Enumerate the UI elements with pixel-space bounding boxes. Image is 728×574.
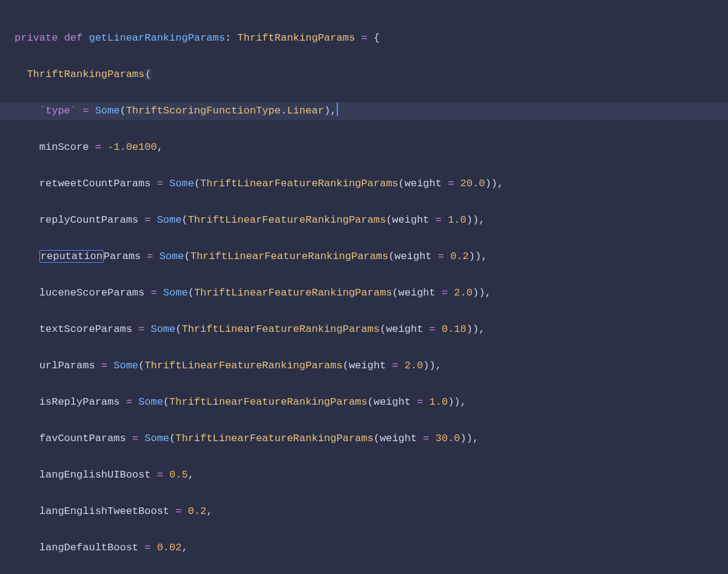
some: Some [163, 287, 188, 299]
code-line: isReplyParams = Some(ThriftLinearFeature… [0, 393, 728, 411]
param-key: textScoreParams [39, 323, 132, 335]
keyword-private: private [15, 32, 58, 44]
equals: = [144, 214, 150, 226]
code-line: private def getLinearRankingParams: Thri… [0, 29, 728, 47]
number-literal: 2.0 [405, 360, 423, 371]
param-key-rest: Params [104, 251, 141, 262]
equals: = [436, 214, 442, 226]
number-literal: 20.0 [460, 178, 485, 189]
code-line: langEnglishUIBoost = 0.5, [0, 466, 728, 484]
equals: = [95, 141, 101, 153]
code-line-highlighted: `type` = Some(ThriftScoringFunctionType.… [0, 102, 728, 120]
comma: , [479, 323, 485, 335]
param-key: isReplyParams [39, 396, 120, 408]
equals: = [157, 469, 163, 481]
equals: = [361, 32, 367, 44]
close-paren: )) [467, 323, 479, 335]
code-line: langEnglishTweetBoost = 0.2, [0, 502, 728, 521]
param-key: `type` [39, 105, 76, 116]
arg-key: weight [386, 323, 423, 335]
type-ref: ThriftLinearFeatureRankingParams [175, 433, 373, 444]
type-ref: ThriftLinearFeatureRankingParams [181, 323, 379, 335]
param-key: langDefaultBoost [39, 542, 138, 553]
close-paren: )) [467, 214, 479, 226]
open-paren: ( [181, 214, 187, 226]
number-literal: 0.2 [450, 251, 469, 262]
open-paren: ( [144, 69, 152, 80]
close-paren: )) [448, 396, 460, 408]
param-key: retweetCountParams [39, 178, 151, 189]
ctor-name: ThriftRankingParams [27, 69, 144, 80]
number-literal: 0.5 [169, 469, 188, 481]
code-line: luceneScoreParams = Some(ThriftLinearFea… [0, 284, 728, 302]
some: Some [138, 396, 163, 408]
equals: = [138, 323, 144, 335]
open-paren: ( [343, 360, 349, 371]
equals: = [132, 433, 138, 444]
open-paren: ( [399, 178, 405, 189]
open-paren: ( [374, 433, 380, 444]
code-line: ThriftRankingParams( [0, 66, 728, 84]
open-paren: ( [368, 396, 374, 408]
comma: , [206, 505, 212, 517]
arg-key: weight [399, 287, 436, 299]
equals: = [417, 396, 423, 408]
some: Some [150, 323, 175, 335]
code-line: minScore = -1.0e100, [0, 138, 728, 157]
type-ref: ThriftLinearFeatureRankingParams [144, 360, 342, 371]
open-paren: ( [120, 105, 126, 116]
number-literal: -1.0e100 [107, 141, 157, 153]
number-literal: 30.0 [436, 433, 460, 444]
arg-key: weight [380, 433, 417, 444]
equals: = [448, 178, 454, 189]
code-line: retweetCountParams = Some(ThriftLinearFe… [0, 175, 728, 193]
comma: , [497, 178, 504, 189]
equals: = [423, 433, 429, 444]
return-type: ThriftRankingParams [237, 32, 355, 44]
equals: = [147, 251, 153, 262]
equals: = [126, 396, 132, 408]
arg-key: weight [405, 178, 442, 189]
some: Some [160, 251, 184, 262]
close-paren: )) [485, 178, 497, 189]
open-paren: ( [194, 178, 200, 189]
equals: = [438, 251, 444, 262]
equals: = [392, 360, 398, 371]
equals: = [430, 323, 436, 335]
arg-key: weight [374, 396, 411, 408]
open-paren: ( [386, 214, 392, 226]
open-brace: { [374, 32, 380, 44]
param-key: urlParams [39, 360, 95, 371]
equals: = [157, 178, 163, 189]
equals: = [150, 287, 157, 299]
number-literal: 2.0 [454, 287, 473, 299]
equals: = [83, 105, 89, 116]
open-paren: ( [388, 251, 394, 262]
comma: , [157, 141, 163, 153]
number-literal: 1.0 [430, 396, 448, 408]
open-paren: ( [169, 433, 175, 444]
close-paren: )) [473, 287, 485, 299]
param-key: favCountParams [39, 433, 126, 444]
arg-key: weight [392, 214, 429, 226]
arg-key: weight [394, 251, 431, 262]
param-key: luceneScoreParams [39, 287, 144, 299]
type-ref: ThriftLinearFeatureRankingParams [190, 251, 388, 262]
text-cursor [337, 103, 338, 116]
code-line: langDefaultBoost = 0.02, [0, 539, 728, 557]
open-paren: ( [184, 251, 190, 262]
keyword-def: def [64, 32, 83, 44]
comma: , [485, 287, 491, 299]
type-ref: ThriftLinearFeatureRankingParams [200, 178, 398, 189]
arg-key: weight [349, 360, 386, 371]
close-paren: )) [469, 251, 481, 262]
code-block[interactable]: private def getLinearRankingParams: Thri… [0, 11, 728, 574]
dot: . [281, 105, 287, 116]
some: Some [157, 214, 182, 226]
comma: , [181, 542, 187, 553]
open-paren: ( [392, 287, 398, 299]
some: Some [113, 360, 138, 371]
number-literal: 0.18 [442, 323, 467, 335]
equals: = [101, 360, 107, 371]
open-paren: ( [175, 323, 181, 335]
